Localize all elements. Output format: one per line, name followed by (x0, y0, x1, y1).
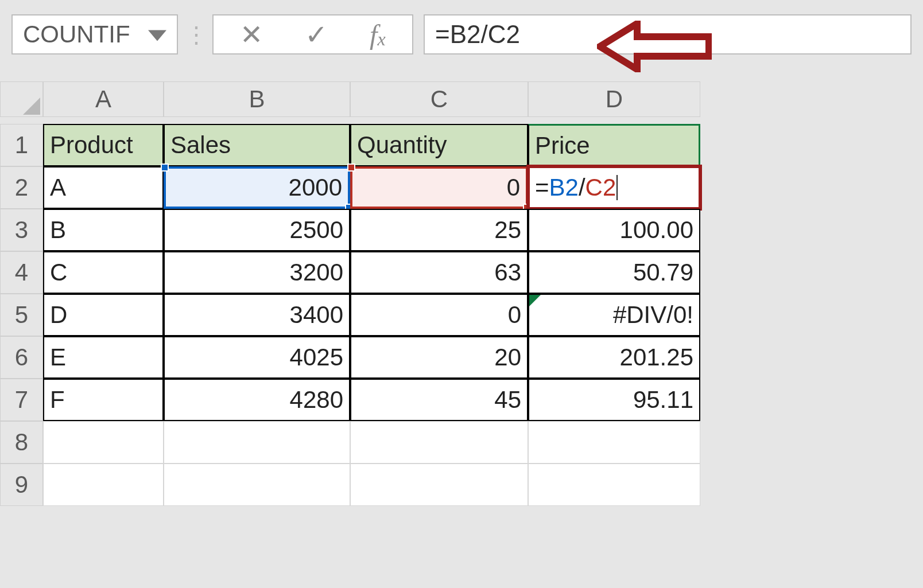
cell-c2-value: 0 (507, 174, 520, 201)
cell-d6[interactable]: 201.25 (528, 336, 700, 379)
formula-ref-c2: C2 (585, 174, 616, 201)
cell-a9[interactable] (43, 464, 164, 506)
cell-d5[interactable]: #DIV/0! (528, 294, 700, 336)
cell-a5[interactable]: D (43, 294, 164, 336)
cell-b3[interactable]: 2500 (164, 209, 350, 251)
cell-a2[interactable]: A (43, 166, 164, 209)
confirm-icon[interactable]: ✓ (305, 18, 328, 50)
cell-b2[interactable]: 2000 (164, 166, 350, 209)
row-header-4[interactable]: 4 (0, 251, 43, 294)
col-header-d[interactable]: D (528, 81, 700, 117)
cell-d7[interactable]: 95.11 (528, 379, 700, 421)
cell-a7[interactable]: F (43, 379, 164, 421)
cell-c3[interactable]: 25 (350, 209, 528, 251)
cell-d1[interactable]: Price (528, 124, 700, 166)
cell-b7[interactable]: 4280 (164, 379, 350, 421)
cell-d4[interactable]: 50.79 (528, 251, 700, 294)
formula-text: =B2/C2 (435, 20, 520, 49)
name-box-value: COUNTIF (23, 21, 130, 48)
row-header-1[interactable]: 1 (0, 124, 43, 166)
formula-buttons: ✕ ✓ fx (212, 14, 413, 54)
formula-ref-b2: B2 (549, 174, 579, 201)
row-header-7[interactable]: 7 (0, 379, 43, 421)
cancel-icon[interactable]: ✕ (240, 18, 263, 50)
spreadsheet: A B C D 1 Product Sales Quantity Price 2… (0, 81, 923, 506)
error-flag-icon (529, 295, 541, 306)
row-header-2[interactable]: 2 (0, 166, 43, 209)
cell-c5[interactable]: 0 (350, 294, 528, 336)
cell-a3[interactable]: B (43, 209, 164, 251)
cell-b4[interactable]: 3200 (164, 251, 350, 294)
formula-eq: = (535, 174, 549, 201)
cell-c2[interactable]: 0 (350, 166, 528, 209)
chevron-down-icon[interactable] (148, 21, 166, 48)
name-box[interactable]: COUNTIF (11, 14, 178, 54)
formula-op: / (579, 174, 585, 201)
text-cursor-icon (616, 175, 618, 200)
col-header-c[interactable]: C (350, 81, 528, 117)
cell-c8[interactable] (350, 421, 528, 464)
col-header-b[interactable]: B (164, 81, 350, 117)
row-header-8[interactable]: 8 (0, 421, 43, 464)
formula-input[interactable]: =B2/C2 (424, 14, 912, 54)
cell-a1[interactable]: Product (43, 124, 164, 166)
cell-d5-value: #DIV/0! (613, 301, 693, 329)
cell-b6[interactable]: 4025 (164, 336, 350, 379)
cell-b1[interactable]: Sales (164, 124, 350, 166)
cell-d8[interactable] (528, 421, 700, 464)
cell-a4[interactable]: C (43, 251, 164, 294)
cell-d9[interactable] (528, 464, 700, 506)
cell-c6[interactable]: 20 (350, 336, 528, 379)
cell-a8[interactable] (43, 421, 164, 464)
col-header-a[interactable]: A (43, 81, 164, 117)
grip-icon: ⋮ (188, 14, 202, 54)
cell-a6[interactable]: E (43, 336, 164, 379)
cell-b9[interactable] (164, 464, 350, 506)
cell-b2-value: 2000 (289, 174, 342, 201)
row-header-5[interactable]: 5 (0, 294, 43, 336)
selection-handle-icon (347, 163, 355, 172)
cell-d2[interactable]: =B2/C2 (528, 166, 700, 209)
cell-c9[interactable] (350, 464, 528, 506)
cell-c1[interactable]: Quantity (350, 124, 528, 166)
row-header-6[interactable]: 6 (0, 336, 43, 379)
cell-b5[interactable]: 3400 (164, 294, 350, 336)
row-header-9[interactable]: 9 (0, 464, 43, 506)
fx-icon[interactable]: fx (370, 19, 386, 50)
cell-b8[interactable] (164, 421, 350, 464)
row-header-3[interactable]: 3 (0, 209, 43, 251)
cell-c4[interactable]: 63 (350, 251, 528, 294)
select-all-corner[interactable] (0, 81, 43, 117)
cell-d3[interactable]: 100.00 (528, 209, 700, 251)
formula-bar: COUNTIF ⋮ ✕ ✓ fx =B2/C2 (0, 0, 923, 57)
cell-c7[interactable]: 45 (350, 379, 528, 421)
selection-handle-icon (161, 163, 169, 172)
